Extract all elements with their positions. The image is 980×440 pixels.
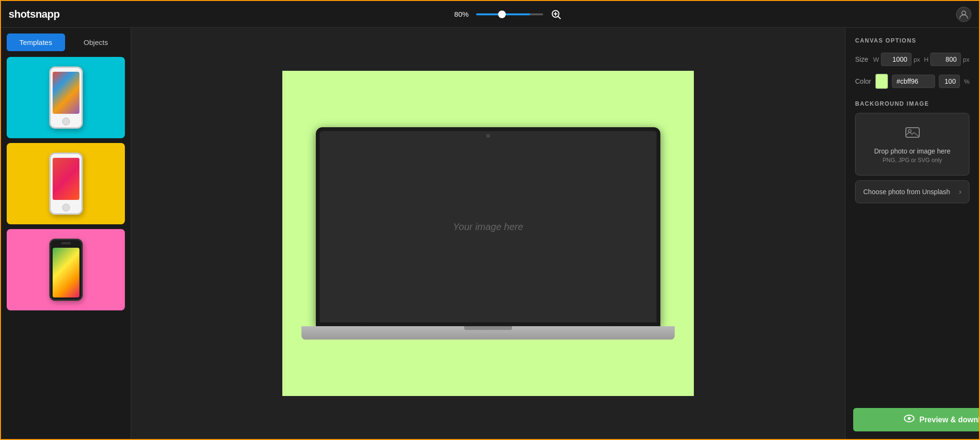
width-dim-label: W bbox=[873, 56, 879, 63]
eye-icon bbox=[904, 415, 914, 425]
phone-home-btn-1 bbox=[62, 118, 70, 125]
laptop-mockup: Your image here bbox=[316, 127, 660, 340]
color-hex-input[interactable] bbox=[892, 75, 935, 88]
height-dim-label: H bbox=[924, 56, 928, 63]
svg-line-1 bbox=[558, 16, 560, 19]
phone-mockup-2 bbox=[49, 153, 83, 215]
drop-main-text: Drop photo or image here bbox=[867, 147, 958, 155]
svg-point-8 bbox=[908, 417, 911, 420]
laptop-screen-inner: Your image here bbox=[320, 131, 657, 322]
svg-rect-5 bbox=[906, 128, 919, 137]
main-canvas: Your image here bbox=[131, 28, 845, 439]
canvas-background[interactable]: Your image here bbox=[282, 71, 694, 396]
laptop-camera bbox=[486, 134, 490, 138]
sidebar-right: CANVAS OPTIONS Size W px H px Color % bbox=[845, 28, 979, 439]
tab-templates[interactable]: Templates bbox=[7, 33, 65, 51]
footer-right: Preview & download bbox=[846, 400, 979, 439]
header-center: 80% bbox=[454, 9, 561, 20]
template-list bbox=[1, 51, 131, 439]
width-input-group: W px bbox=[873, 53, 920, 66]
preview-download-button[interactable]: Preview & download bbox=[853, 408, 979, 431]
template-card-3[interactable] bbox=[7, 229, 125, 310]
phone-mockup-3 bbox=[49, 239, 83, 301]
drop-sub-text: PNG, JPG or SVG only bbox=[867, 157, 958, 164]
drop-image-icon bbox=[867, 125, 958, 143]
svg-point-4 bbox=[962, 11, 966, 15]
zoom-slider-container bbox=[476, 13, 543, 15]
size-row: Size W px H px bbox=[846, 49, 979, 70]
phone-mockup-1 bbox=[49, 66, 83, 129]
app-logo: shotsnapp bbox=[9, 8, 60, 21]
phone-screen-2 bbox=[53, 158, 79, 200]
color-opacity-input[interactable] bbox=[939, 75, 960, 88]
sidebar-tabs: Templates Objects bbox=[1, 28, 131, 51]
height-unit: px bbox=[963, 56, 969, 63]
laptop-image-placeholder: Your image here bbox=[453, 221, 523, 232]
unsplash-button[interactable]: Choose photo from Unsplash › bbox=[855, 180, 969, 203]
height-input[interactable] bbox=[930, 53, 961, 66]
drop-zone[interactable]: Drop photo or image here PNG, JPG or SVG… bbox=[855, 113, 969, 176]
zoom-slider[interactable] bbox=[476, 13, 543, 15]
opacity-unit: % bbox=[964, 78, 969, 85]
phone-screen-3 bbox=[53, 248, 79, 297]
laptop-base bbox=[301, 326, 675, 340]
color-label: Color bbox=[855, 77, 871, 85]
unsplash-label: Choose photo from Unsplash bbox=[863, 188, 950, 196]
sidebar-left: Templates Objects bbox=[1, 28, 131, 439]
phone-home-btn-2 bbox=[62, 204, 70, 211]
height-input-group: H px bbox=[924, 53, 969, 66]
laptop-hinge bbox=[464, 326, 512, 330]
zoom-value-label: 80% bbox=[454, 10, 468, 18]
zoom-in-button[interactable] bbox=[551, 9, 561, 20]
color-row: Color % bbox=[846, 70, 979, 93]
user-avatar[interactable] bbox=[956, 7, 971, 22]
template-card-1[interactable] bbox=[7, 57, 125, 138]
phone-screen-1 bbox=[53, 72, 79, 114]
color-swatch[interactable] bbox=[875, 74, 888, 89]
preview-download-label: Preview & download bbox=[919, 416, 979, 424]
template-card-2[interactable] bbox=[7, 143, 125, 224]
tab-objects[interactable]: Objects bbox=[67, 33, 125, 51]
bg-image-section: BACKGROUND IMAGE Drop photo or image her… bbox=[846, 93, 979, 207]
width-unit: px bbox=[913, 56, 920, 63]
width-input[interactable] bbox=[881, 53, 912, 66]
canvas-options-header: CANVAS OPTIONS bbox=[846, 28, 979, 49]
phone-notch-3 bbox=[61, 242, 71, 244]
laptop-screen-outer: Your image here bbox=[316, 127, 660, 326]
bg-image-header: BACKGROUND IMAGE bbox=[855, 100, 969, 107]
chevron-right-icon: › bbox=[959, 187, 961, 196]
size-label: Size bbox=[855, 55, 869, 63]
